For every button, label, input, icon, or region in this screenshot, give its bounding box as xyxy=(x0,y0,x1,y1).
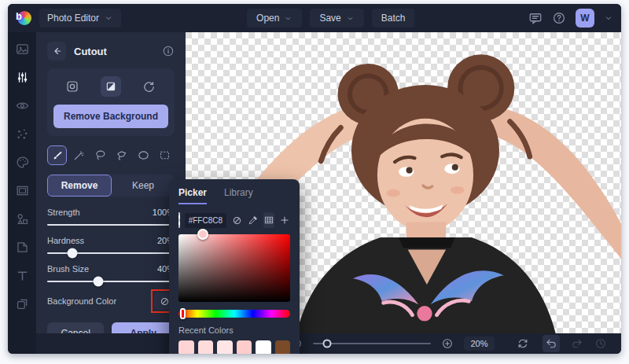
strength-track[interactable] xyxy=(47,224,175,226)
undo-icon[interactable] xyxy=(543,335,560,352)
background-color-row: Background Color xyxy=(47,292,175,310)
color-handle[interactable] xyxy=(197,229,208,240)
sidebar-item-frame-icon[interactable] xyxy=(15,183,30,198)
swatch-grid-icon[interactable] xyxy=(263,212,274,228)
save-label: Save xyxy=(319,13,340,24)
app-logo-icon xyxy=(17,11,31,25)
remove-keep-segment: Remove Keep xyxy=(47,175,175,197)
recent-color-swatch[interactable] xyxy=(217,340,233,354)
sidebar-item-layers-icon[interactable] xyxy=(15,296,30,311)
sidebar-item-image-icon[interactable] xyxy=(15,42,30,57)
file-actions: Open Save Batch xyxy=(247,9,414,28)
open-label: Open xyxy=(256,13,279,24)
saturation-value-area[interactable] xyxy=(178,234,290,302)
brush-tool-icon[interactable] xyxy=(47,145,67,165)
remove-background-button[interactable]: Remove Background xyxy=(53,105,168,128)
color-picker-popup: Picker Library #FFC8C8 Recent Colors xyxy=(169,179,300,354)
cutout-mode-row xyxy=(53,76,168,97)
recent-colors-label: Recent Colors xyxy=(178,325,290,335)
strength-label: Strength xyxy=(47,208,80,217)
hue-handle[interactable] xyxy=(180,308,186,319)
brush-size-track[interactable] xyxy=(47,281,175,282)
no-color-icon[interactable] xyxy=(231,212,243,228)
recent-color-swatch[interactable] xyxy=(237,340,252,354)
bottom-toolbar: 20% xyxy=(36,333,621,354)
top-bar: Photo Editor Open Save Batch W xyxy=(8,4,621,32)
magic-wand-icon[interactable] xyxy=(68,145,88,165)
recent-colors-row xyxy=(178,340,290,354)
cutout-panel: Cutout Remove Background Remove Keep xyxy=(36,32,186,333)
history-controls xyxy=(514,335,607,352)
chevron-down-icon xyxy=(104,13,113,23)
eyedropper-icon[interactable] xyxy=(248,212,259,228)
sidebar-item-sticker-icon[interactable] xyxy=(15,240,30,255)
feedback-icon[interactable] xyxy=(528,11,543,25)
hardness-handle[interactable] xyxy=(68,248,78,259)
sidebar-item-palette-icon[interactable] xyxy=(15,155,30,170)
history-icon[interactable] xyxy=(594,337,607,350)
hue-slider[interactable] xyxy=(178,310,290,318)
sidebar-item-effects-icon[interactable] xyxy=(15,127,30,142)
help-icon[interactable] xyxy=(552,11,566,25)
hardness-slider: Hardness 20% xyxy=(47,236,175,254)
background-color-label: Background Color xyxy=(47,296,116,306)
ellipse-select-icon[interactable] xyxy=(134,145,153,165)
chevron-down-icon xyxy=(346,14,355,23)
zoom-level: 20% xyxy=(464,336,494,351)
rectangle-select-icon[interactable] xyxy=(155,145,175,165)
hex-row: #FFC8C8 xyxy=(178,212,290,228)
info-icon[interactable] xyxy=(162,45,175,57)
tool-sidebar xyxy=(8,32,36,354)
recent-color-swatch[interactable] xyxy=(198,340,214,354)
segment-remove[interactable]: Remove xyxy=(47,175,112,197)
app-menu-dropdown[interactable]: Photo Editor xyxy=(39,9,121,28)
app-title: Photo Editor xyxy=(47,13,99,24)
photo-editor-window: Photo Editor Open Save Batch W xyxy=(8,4,621,354)
hardness-label: Hardness xyxy=(47,236,84,245)
transparent-swatch[interactable] xyxy=(178,212,180,228)
zoom-in-icon[interactable] xyxy=(439,335,456,352)
tab-library[interactable]: Library xyxy=(224,187,253,204)
topbar-right: W xyxy=(528,9,613,28)
hex-input[interactable]: #FFC8C8 xyxy=(185,213,226,228)
lasso-icon[interactable] xyxy=(90,145,110,165)
zoom-slider[interactable] xyxy=(313,343,431,344)
sidebar-item-elements-icon[interactable] xyxy=(15,211,30,226)
recent-color-swatch[interactable] xyxy=(256,340,271,354)
cutout-card: Remove Background xyxy=(47,68,175,136)
brush-size-label: Brush Size xyxy=(47,264,89,274)
account-chevron-icon[interactable] xyxy=(604,13,613,23)
polygon-lasso-icon[interactable] xyxy=(112,145,131,165)
batch-button[interactable]: Batch xyxy=(372,9,415,28)
ai-cutout-icon[interactable] xyxy=(62,76,83,97)
panel-title: Cutout xyxy=(74,46,107,57)
picker-tabs: Picker Library xyxy=(178,187,290,204)
reset-image-icon[interactable] xyxy=(514,335,532,352)
tab-picker[interactable]: Picker xyxy=(178,187,207,204)
save-button[interactable]: Save xyxy=(310,9,363,28)
redo-icon[interactable] xyxy=(571,337,583,350)
reset-icon[interactable] xyxy=(139,76,160,97)
avatar[interactable]: W xyxy=(576,9,594,28)
recent-color-swatch[interactable] xyxy=(178,340,194,354)
hardness-track[interactable] xyxy=(47,252,175,254)
brush-size-slider: Brush Size 40% xyxy=(47,264,175,282)
strength-slider: Strength 100% xyxy=(47,208,175,226)
sidebar-item-adjust-icon[interactable] xyxy=(15,70,30,85)
segment-keep[interactable]: Keep xyxy=(112,175,175,197)
brush-size-handle[interactable] xyxy=(93,277,103,287)
zoom-handle[interactable] xyxy=(323,340,332,348)
selection-tools xyxy=(47,145,175,165)
sidebar-item-text-icon[interactable] xyxy=(15,268,30,283)
sidebar-item-eye-icon[interactable] xyxy=(15,98,30,113)
back-button[interactable] xyxy=(47,42,66,61)
recent-color-swatch[interactable] xyxy=(275,340,291,354)
panel-header: Cutout xyxy=(47,42,175,61)
invert-selection-icon[interactable] xyxy=(101,76,121,97)
open-button[interactable]: Open xyxy=(247,9,302,28)
batch-label: Batch xyxy=(381,13,406,24)
add-color-icon[interactable] xyxy=(279,212,290,228)
chevron-down-icon xyxy=(284,14,292,23)
